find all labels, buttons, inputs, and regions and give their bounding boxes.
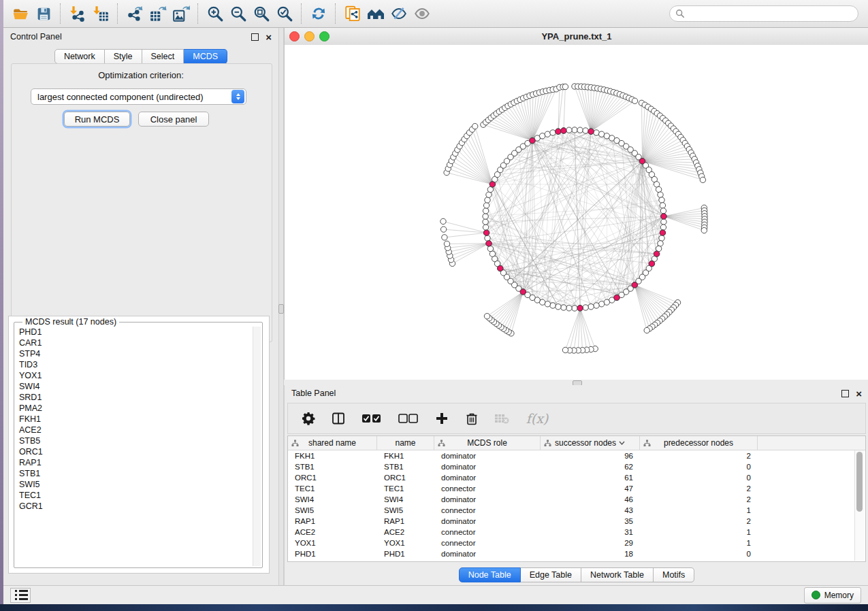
- open-file-button[interactable]: [9, 3, 32, 24]
- mcds-result-item[interactable]: SWI5: [16, 479, 251, 490]
- close-panel-icon[interactable]: ×: [856, 391, 862, 397]
- export-table-button[interactable]: [146, 3, 170, 24]
- mcds-result-list[interactable]: PHD1CAR1STP4TID3YOX1SWI4SRD1PMA2FKH1ACE2…: [16, 327, 251, 566]
- table-scrollbar-thumb[interactable]: [856, 452, 863, 512]
- tab-network-table[interactable]: Network Table: [581, 567, 654, 582]
- deselect-all-button[interactable]: [397, 410, 420, 427]
- mcds-result-item[interactable]: STB5: [16, 435, 251, 446]
- table-cell: 62: [541, 461, 640, 472]
- table-row[interactable]: STB1STB1dominator620: [288, 461, 865, 472]
- table-panel-title: Table Panel: [291, 389, 336, 398]
- refresh-network-button[interactable]: [307, 3, 330, 24]
- zoom-in-button[interactable]: [204, 3, 227, 24]
- column-header-predecessor-nodes[interactable]: predecessor nodes: [640, 436, 758, 450]
- mcds-result-item[interactable]: STB1: [16, 468, 251, 479]
- table-row[interactable]: PHD1PHD1dominator180: [288, 548, 865, 559]
- export-network-button[interactable]: [123, 3, 146, 24]
- table-row[interactable]: FKH1FKH1dominator962: [288, 450, 865, 461]
- mcds-node: [486, 241, 492, 246]
- deselect-all-icon: [398, 413, 419, 424]
- network-overview-button[interactable]: [364, 3, 387, 24]
- control-panel-titlebar: Control Panel ×: [3, 28, 278, 46]
- memory-button[interactable]: Memory: [804, 587, 861, 604]
- splitter-grip[interactable]: [278, 304, 284, 314]
- select-all-button[interactable]: [360, 410, 383, 427]
- zoom-selected-button[interactable]: [273, 3, 296, 24]
- horizontal-splitter[interactable]: [284, 380, 868, 385]
- mcds-result-item[interactable]: STP4: [16, 348, 251, 359]
- table-row[interactable]: SWI5SWI5connector431: [288, 505, 865, 516]
- table-scrollbar[interactable]: [854, 450, 865, 561]
- mcds-result-item[interactable]: ORC1: [16, 446, 251, 457]
- table-row[interactable]: SWI4SWI4dominator462: [288, 494, 865, 505]
- mcds-result-item[interactable]: SWI4: [16, 381, 251, 392]
- save-session-button[interactable]: [32, 3, 55, 24]
- tab-network[interactable]: Network: [54, 49, 105, 64]
- column-header-name[interactable]: name: [377, 436, 434, 450]
- refresh-icon: [310, 5, 327, 22]
- close-panel-icon[interactable]: ×: [266, 34, 272, 40]
- table-cell: YOX1: [288, 538, 377, 548]
- export-image-button[interactable]: [170, 3, 193, 24]
- import-table-icon: [92, 5, 110, 22]
- vertical-splitter[interactable]: [278, 28, 284, 585]
- tab-select[interactable]: Select: [142, 49, 184, 64]
- column-header-MCDS-role[interactable]: MCDS role: [434, 436, 541, 450]
- close-panel-button[interactable]: Close panel: [138, 112, 209, 127]
- mcds-result-item[interactable]: CAR1: [16, 337, 251, 348]
- table-cell: dominator: [434, 548, 541, 559]
- mcds-result-item[interactable]: YOX1: [16, 370, 251, 381]
- search-input[interactable]: [688, 8, 858, 19]
- float-panel-icon[interactable]: [841, 390, 849, 397]
- mcds-result-item[interactable]: TEC1: [16, 490, 251, 501]
- clone-network-button[interactable]: [341, 3, 364, 24]
- zoom-fit-button[interactable]: [250, 3, 273, 24]
- tab-edge-table[interactable]: Edge Table: [521, 567, 581, 582]
- hide-graphics-details-button[interactable]: [387, 3, 411, 24]
- column-layout-button[interactable]: [330, 410, 347, 427]
- mcds-result-item[interactable]: ACE2: [16, 425, 251, 435]
- delete-column-button[interactable]: [464, 410, 480, 427]
- run-mcds-button[interactable]: Run MCDS: [64, 112, 130, 127]
- table-body[interactable]: FKH1FKH1dominator962STB1STB1dominator620…: [288, 450, 865, 559]
- maximize-window-icon[interactable]: [319, 31, 329, 42]
- network-view-titlebar[interactable]: YPA_prune.txt_1: [285, 28, 868, 46]
- table-row[interactable]: RAP1RAP1dominator352: [288, 516, 865, 527]
- mcds-result-item[interactable]: PMA2: [16, 403, 251, 414]
- search-box[interactable]: [669, 5, 858, 22]
- mcds-result-item[interactable]: GCR1: [16, 501, 251, 512]
- tab-node-table[interactable]: Node Table: [459, 567, 521, 582]
- optimization-criterion-select[interactable]: largest connected component (undirected): [31, 88, 246, 105]
- import-table-button[interactable]: [89, 3, 112, 24]
- minimize-window-icon[interactable]: [304, 31, 315, 42]
- table-row[interactable]: ACE2ACE2connector311: [288, 527, 865, 538]
- mcds-result-item[interactable]: SRD1: [16, 392, 251, 403]
- network-node: [556, 304, 561, 310]
- show-graphics-details-button[interactable]: [411, 3, 434, 24]
- import-network-button[interactable]: [66, 3, 89, 24]
- table-cell: 2: [640, 494, 758, 505]
- tab-style[interactable]: Style: [105, 49, 142, 64]
- tab-motifs[interactable]: Motifs: [654, 567, 694, 582]
- mcds-list-scrollbar[interactable]: [253, 327, 261, 566]
- network-node: [550, 303, 556, 308]
- mcds-result-item[interactable]: TID3: [16, 359, 251, 370]
- close-window-icon[interactable]: [289, 31, 300, 42]
- column-header-successor-nodes[interactable]: successor nodes: [541, 436, 640, 450]
- table-row[interactable]: YOX1YOX1connector291: [288, 538, 865, 548]
- float-panel-icon[interactable]: [251, 33, 259, 41]
- add-column-button[interactable]: [434, 410, 450, 427]
- mcds-result-item[interactable]: PHD1: [16, 327, 251, 337]
- gear-button[interactable]: [300, 410, 317, 427]
- mcds-result-item[interactable]: FKH1: [16, 414, 251, 425]
- table-row[interactable]: ORC1ORC1dominator610: [288, 472, 865, 483]
- mcds-result-item[interactable]: RAP1: [16, 457, 251, 468]
- network-graph[interactable]: [285, 45, 868, 380]
- zoom-out-button[interactable]: [227, 3, 250, 24]
- column-header-shared-name[interactable]: shared name: [288, 436, 377, 450]
- mcds-node: [556, 129, 561, 134]
- table-row[interactable]: TEC1TEC1connector472: [288, 483, 865, 494]
- tab-mcds[interactable]: MCDS: [184, 49, 227, 64]
- network-nodes[interactable]: [440, 84, 707, 353]
- show-panels-menu-button[interactable]: [10, 588, 31, 603]
